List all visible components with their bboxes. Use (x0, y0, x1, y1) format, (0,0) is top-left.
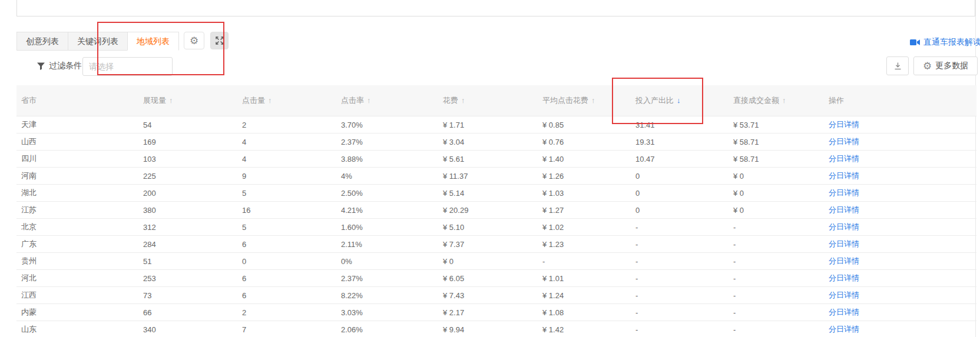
cell: ¥ 20.29 (438, 202, 538, 219)
cell: 2.37% (336, 134, 438, 151)
cell: - (631, 219, 729, 236)
cell: 河南 (16, 168, 138, 185)
region-data-table: 省市展现量↑点击量↑点击率↑花费↑平均点击花费↑投入产出比↓直接成交金额↑操作 … (16, 85, 976, 337)
cell: ¥ 1.26 (538, 168, 631, 185)
table-row: 内蒙6623.03%¥ 2.17¥ 1.08--分日详情 (16, 304, 976, 321)
sort-asc-icon[interactable]: ↑ (782, 96, 786, 105)
cell: ¥ 6.05 (438, 270, 538, 287)
column-settings-button[interactable]: ⚙ (184, 32, 204, 49)
daily-detail-link[interactable]: 分日详情 (829, 222, 859, 231)
cell: - (729, 321, 824, 337)
cell: 3.03% (336, 304, 438, 321)
cell: ¥ 58.71 (729, 134, 824, 151)
sort-asc-icon[interactable]: ↑ (591, 96, 595, 105)
cell: 2.06% (336, 321, 438, 337)
column-header[interactable]: 平均点击花费↑ (538, 85, 631, 116)
cell: - (729, 219, 824, 236)
cell: ¥ 1.71 (438, 116, 538, 134)
tab-keyword-list[interactable]: 关键词列表 (68, 32, 128, 51)
cell: ¥ 1.02 (538, 219, 631, 236)
cell: 北京 (16, 219, 138, 236)
sort-asc-icon[interactable]: ↑ (461, 96, 465, 105)
cell: - (729, 270, 824, 287)
funnel-icon (37, 62, 45, 70)
column-header[interactable]: 投入产出比↓ (631, 85, 729, 116)
cell: 51 (138, 253, 237, 270)
cell: 贵州 (16, 253, 138, 270)
table-row: 广东28462.11%¥ 7.37¥ 1.23--分日详情 (16, 236, 976, 253)
cell: - (631, 236, 729, 253)
cell: 4.21% (336, 202, 438, 219)
download-icon (893, 62, 902, 71)
cell: ¥ 53.71 (729, 116, 824, 134)
cell: 9 (237, 168, 336, 185)
download-button[interactable] (886, 56, 909, 75)
column-header[interactable]: 点击量↑ (237, 85, 336, 116)
daily-detail-link[interactable]: 分日详情 (829, 188, 859, 197)
cell: 河北 (16, 270, 138, 287)
daily-detail-link[interactable]: 分日详情 (829, 256, 859, 265)
column-header[interactable]: 展现量↑ (138, 85, 237, 116)
filter-select-input[interactable] (82, 57, 173, 76)
daily-detail-link[interactable]: 分日详情 (829, 239, 859, 248)
cell: ¥ 0 (729, 185, 824, 202)
table-row: 江西7368.22%¥ 7.43¥ 1.24--分日详情 (16, 287, 976, 304)
sort-asc-icon[interactable]: ↑ (367, 96, 371, 105)
cell: 3.70% (336, 116, 438, 134)
cell: 8.22% (336, 287, 438, 304)
sort-asc-icon[interactable]: ↑ (268, 96, 272, 105)
cell: 380 (138, 202, 237, 219)
cell: ¥ 2.17 (438, 304, 538, 321)
tab-region-list[interactable]: 地域列表 (127, 32, 179, 51)
daily-detail-link[interactable]: 分日详情 (829, 325, 859, 333)
cell: 3.88% (336, 151, 438, 168)
column-header[interactable]: 点击率↑ (336, 85, 438, 116)
cell: 天津 (16, 116, 138, 134)
table-row: 四川10343.88%¥ 5.61¥ 1.4010.47¥ 58.71分日详情 (16, 151, 976, 168)
cell: 0 (631, 168, 729, 185)
cell: 200 (138, 185, 237, 202)
cell: ¥ 5.61 (438, 151, 538, 168)
column-header[interactable]: 花费↑ (438, 85, 538, 116)
daily-detail-link[interactable]: 分日详情 (829, 171, 859, 180)
cell: 内蒙 (16, 304, 138, 321)
table-row: 湖北20052.50%¥ 5.14¥ 1.030¥ 0分日详情 (16, 185, 976, 202)
daily-detail-link[interactable]: 分日详情 (829, 291, 859, 299)
daily-detail-link[interactable]: 分日详情 (829, 273, 859, 282)
cell: 340 (138, 321, 237, 337)
cell: ¥ 1.01 (538, 270, 631, 287)
cell: - (729, 304, 824, 321)
daily-detail-link[interactable]: 分日详情 (829, 137, 859, 146)
fullscreen-expand-button[interactable] (210, 32, 229, 49)
table-row: 贵州5100%¥ 0---分日详情 (16, 253, 976, 270)
cell: 103 (138, 151, 237, 168)
cell: 0 (631, 185, 729, 202)
cell: 1.60% (336, 219, 438, 236)
table-row: 北京31251.60%¥ 5.10¥ 1.02--分日详情 (16, 219, 976, 236)
table-row: 河北25362.37%¥ 6.05¥ 1.01--分日详情 (16, 270, 976, 287)
daily-detail-link[interactable]: 分日详情 (829, 308, 859, 316)
report-guide-link[interactable]: 直通车报表解读 (910, 37, 980, 48)
more-data-button[interactable]: ⚙ 更多数据 (913, 56, 978, 75)
column-header[interactable]: 直接成交金额↑ (729, 85, 824, 116)
cell: 19.31 (631, 134, 729, 151)
cell: 6 (237, 270, 336, 287)
cell: - (538, 253, 631, 270)
daily-detail-link[interactable]: 分日详情 (829, 154, 859, 163)
daily-detail-link[interactable]: 分日详情 (829, 205, 859, 214)
cell: 2 (237, 304, 336, 321)
table-row: 河南22594%¥ 11.37¥ 1.260¥ 0分日详情 (16, 168, 976, 185)
expand-icon (216, 36, 224, 45)
sort-asc-icon[interactable]: ↑ (169, 96, 173, 105)
daily-detail-link[interactable]: 分日详情 (829, 120, 859, 129)
cell: 山东 (16, 321, 138, 337)
sort-desc-icon[interactable]: ↓ (677, 96, 681, 105)
cell: 10.47 (631, 151, 729, 168)
cell: 312 (138, 219, 237, 236)
cell: 253 (138, 270, 237, 287)
tab-creative-list[interactable]: 创意列表 (16, 32, 68, 51)
report-tabs: 创意列表 关键词列表 地域列表 (16, 32, 178, 51)
cell: ¥ 1.40 (538, 151, 631, 168)
cell: ¥ 5.10 (438, 219, 538, 236)
cell: 4% (336, 168, 438, 185)
